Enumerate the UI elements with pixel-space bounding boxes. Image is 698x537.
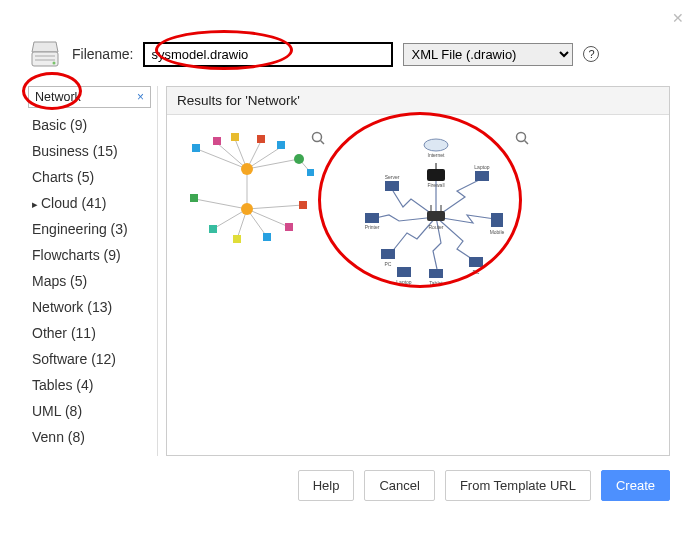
category-item[interactable]: Venn (8) xyxy=(28,424,157,450)
results-thumbnails: Router Firewall Internet Printer Server … xyxy=(167,115,669,455)
svg-point-3 xyxy=(53,62,56,65)
help-button[interactable]: Help xyxy=(298,470,355,501)
category-item[interactable]: Engineering (3) xyxy=(28,216,157,242)
category-item[interactable]: Flowcharts (9) xyxy=(28,242,157,268)
help-icon[interactable]: ? xyxy=(583,46,599,62)
svg-rect-44 xyxy=(365,213,379,223)
fileformat-select[interactable]: XML File (.drawio) xyxy=(403,43,573,66)
magnify-icon[interactable] xyxy=(515,131,529,148)
dialog-body: Network × Basic (9)Business (15)Charts (… xyxy=(28,86,670,456)
from-template-url-button[interactable]: From Template URL xyxy=(445,470,591,501)
svg-rect-41 xyxy=(427,169,445,181)
svg-rect-32 xyxy=(285,223,293,231)
svg-text:PC: PC xyxy=(385,261,392,267)
category-item[interactable]: Maps (5) xyxy=(28,268,157,294)
sidebar: Network × Basic (9)Business (15)Charts (… xyxy=(28,86,158,456)
svg-rect-27 xyxy=(277,141,285,149)
footer-buttons: Help Cancel From Template URL Create xyxy=(28,470,670,501)
category-item[interactable]: Other (11) xyxy=(28,320,157,346)
svg-rect-23 xyxy=(192,144,200,152)
svg-line-36 xyxy=(525,141,529,145)
category-item[interactable]: Wireframes (5) xyxy=(28,450,157,456)
clear-search-icon[interactable]: × xyxy=(137,90,144,104)
template-thumb[interactable]: Router Firewall Internet Printer Server … xyxy=(341,129,531,299)
svg-rect-31 xyxy=(263,233,271,241)
filename-input[interactable] xyxy=(143,42,393,67)
svg-text:Server: Server xyxy=(385,174,400,180)
svg-rect-58 xyxy=(475,171,489,181)
svg-point-20 xyxy=(241,163,253,175)
svg-rect-38 xyxy=(427,211,445,221)
svg-rect-50 xyxy=(429,269,443,278)
cancel-button[interactable]: Cancel xyxy=(364,470,434,501)
category-list[interactable]: Basic (9)Business (15)Charts (5)Cloud (4… xyxy=(28,108,157,456)
svg-text:Laptop: Laptop xyxy=(396,279,412,285)
svg-text:Tablet: Tablet xyxy=(429,280,443,286)
svg-point-43 xyxy=(424,139,448,151)
create-button[interactable]: Create xyxy=(601,470,670,501)
svg-rect-30 xyxy=(233,235,241,243)
category-item[interactable]: Charts (5) xyxy=(28,164,157,190)
svg-point-22 xyxy=(294,154,304,164)
new-file-dialog: ✕ Filename: XML File (.drawio) ? Network… xyxy=(0,0,698,537)
svg-rect-24 xyxy=(213,137,221,145)
svg-rect-54 xyxy=(469,257,483,267)
category-item[interactable]: Software (12) xyxy=(28,346,157,372)
results-panel: Results for 'Network' xyxy=(166,86,670,456)
svg-line-13 xyxy=(195,199,247,209)
category-item[interactable]: Tables (4) xyxy=(28,372,157,398)
category-search[interactable]: Network × xyxy=(28,86,151,108)
svg-line-5 xyxy=(321,141,325,145)
svg-point-21 xyxy=(241,203,253,215)
close-icon[interactable]: ✕ xyxy=(672,10,684,26)
disk-icon xyxy=(28,38,62,70)
device-label: Internet xyxy=(428,152,446,158)
svg-text:Mobile: Mobile xyxy=(490,229,505,235)
svg-rect-25 xyxy=(231,133,239,141)
filename-label: Filename: xyxy=(72,46,133,62)
magnify-icon[interactable] xyxy=(311,131,325,148)
svg-rect-52 xyxy=(397,267,411,277)
svg-rect-26 xyxy=(257,135,265,143)
svg-rect-28 xyxy=(190,194,198,202)
category-item[interactable]: Cloud (41) xyxy=(28,190,157,216)
svg-rect-56 xyxy=(491,213,503,227)
svg-rect-48 xyxy=(381,249,395,259)
svg-point-35 xyxy=(517,133,526,142)
template-thumb[interactable] xyxy=(177,129,327,259)
svg-text:Laptop: Laptop xyxy=(474,164,490,170)
category-item[interactable]: Network (13) xyxy=(28,294,157,320)
category-item[interactable]: Business (15) xyxy=(28,138,157,164)
svg-rect-2 xyxy=(35,59,55,61)
svg-rect-46 xyxy=(385,181,399,191)
svg-text:PC: PC xyxy=(473,269,480,275)
results-heading: Results for 'Network' xyxy=(167,87,669,115)
device-label: Router xyxy=(428,224,443,230)
svg-rect-34 xyxy=(307,169,314,176)
svg-rect-33 xyxy=(299,201,307,209)
svg-rect-29 xyxy=(209,225,217,233)
device-label: Firewall xyxy=(427,182,444,188)
search-value: Network xyxy=(35,90,81,104)
svg-text:Printer: Printer xyxy=(365,224,380,230)
category-item[interactable]: Basic (9) xyxy=(28,112,157,138)
svg-rect-1 xyxy=(35,55,55,57)
filename-bar: Filename: XML File (.drawio) ? xyxy=(28,38,670,70)
svg-line-18 xyxy=(247,205,303,209)
svg-point-4 xyxy=(313,133,322,142)
category-item[interactable]: UML (8) xyxy=(28,398,157,424)
svg-line-6 xyxy=(197,149,247,169)
